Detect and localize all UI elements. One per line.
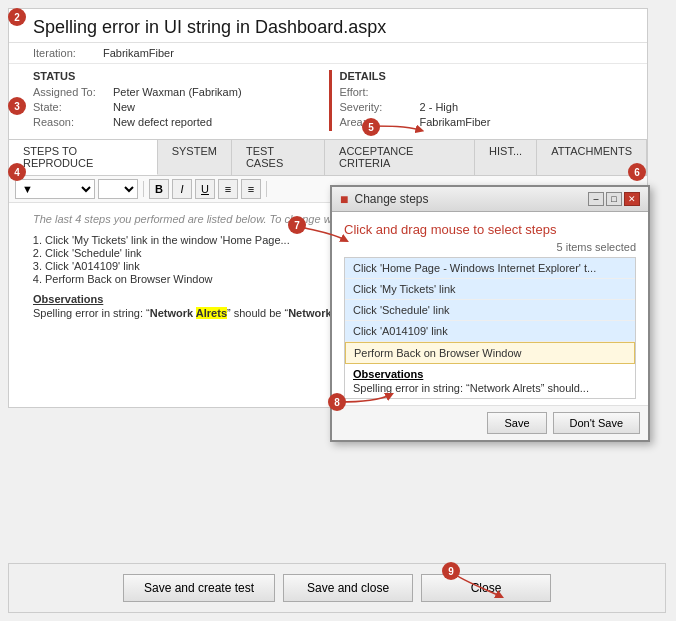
reason-label: Reason:	[33, 116, 113, 128]
state-label: State:	[33, 101, 113, 113]
dialog-footer: Save Don't Save	[332, 405, 648, 440]
tab-system[interactable]: SYSTEM	[158, 140, 232, 175]
title-bar: Spelling error in UI string in Dashboard…	[9, 9, 647, 43]
reason-row: Reason: New defect reported	[33, 116, 329, 128]
dialog-obs-title: Observations	[345, 364, 635, 382]
dialog-step-item[interactable]: Click 'Schedule' link	[345, 300, 635, 321]
annotation-6: 6	[628, 163, 646, 181]
dialog-subtitle: Click and drag mouse to select steps	[344, 222, 636, 237]
tab-history[interactable]: HIST...	[475, 140, 537, 175]
annotation-5: 5	[362, 118, 380, 136]
iteration-value: FabrikamFiber	[103, 47, 174, 59]
toolbar-separator-1	[143, 181, 144, 197]
dialog-count: 5 items selected	[344, 241, 636, 253]
dialog-step-item[interactable]: Click 'Home Page - Windows Internet Expl…	[345, 258, 635, 279]
dialog-minimize-btn[interactable]: –	[588, 192, 604, 206]
state-row: State: New	[33, 101, 329, 113]
dialog-step-item[interactable]: Click 'A014109' link	[345, 321, 635, 342]
annotation-7: 7	[288, 216, 306, 234]
assigned-label: Assigned To:	[33, 86, 113, 98]
severity-label: Severity:	[340, 101, 420, 113]
state-value: New	[113, 101, 135, 113]
area-row: Area: FabrikamFiber	[340, 116, 636, 128]
assigned-value: Peter Waxman (Fabrikam)	[113, 86, 242, 98]
dialog-dont-save-btn[interactable]: Don't Save	[553, 412, 640, 434]
dialog-title-text: ■ Change steps	[340, 191, 429, 207]
bug-title: Spelling error in UI string in Dashboard…	[33, 17, 386, 37]
effort-row: Effort:	[340, 86, 636, 98]
bottom-action-bar: Save and create test Save and close Clos…	[8, 563, 666, 613]
save-close-btn[interactable]: Save and close	[283, 574, 413, 602]
dialog-maximize-btn[interactable]: □	[606, 192, 622, 206]
severity-value: 2 - High	[420, 101, 459, 113]
toolbar-indent-btn[interactable]: ≡	[218, 179, 238, 199]
toolbar-separator-2	[266, 181, 267, 197]
toolbar-underline-btn[interactable]: U	[195, 179, 215, 199]
tab-acceptance[interactable]: ACCEPTANCE CRITERIA	[325, 140, 475, 175]
dialog-controls: – □ ✕	[588, 192, 640, 206]
dialog-body: Click and drag mouse to select steps 5 i…	[332, 212, 648, 405]
toolbar-size-select[interactable]	[98, 179, 138, 199]
dialog-step-item-last[interactable]: Perform Back on Browser Window	[345, 342, 635, 364]
dialog-obs-text: Spelling error in string: “Network Alret…	[345, 382, 635, 398]
reason-value: New defect reported	[113, 116, 212, 128]
details-header: DETAILS	[340, 70, 636, 82]
assigned-row: Assigned To: Peter Waxman (Fabrikam)	[33, 86, 329, 98]
toolbar-outdent-btn[interactable]: ≡	[241, 179, 261, 199]
status-header: STATUS	[33, 70, 329, 82]
annotation-8: 8	[328, 393, 346, 411]
dialog-close-btn[interactable]: ✕	[624, 192, 640, 206]
toolbar-bold-btn[interactable]: B	[149, 179, 169, 199]
severity-row: Severity: 2 - High	[340, 101, 636, 113]
change-steps-dialog: ■ Change steps – □ ✕ Click and drag mous…	[330, 185, 650, 442]
dialog-title-label: Change steps	[354, 192, 428, 206]
status-section: STATUS Assigned To: Peter Waxman (Fabrik…	[33, 70, 329, 131]
tab-steps[interactable]: STEPS TO REPRODUCE	[9, 140, 158, 175]
annotation-2: 2	[8, 8, 26, 26]
dialog-titlebar: ■ Change steps – □ ✕	[332, 187, 648, 212]
annotation-3: 3	[8, 97, 26, 115]
toolbar-italic-btn[interactable]: I	[172, 179, 192, 199]
close-btn[interactable]: Close	[421, 574, 551, 602]
annotation-4: 4	[8, 163, 26, 181]
effort-label: Effort:	[340, 86, 420, 98]
status-details-row: STATUS Assigned To: Peter Waxman (Fabrik…	[9, 63, 647, 133]
tab-bar: STEPS TO REPRODUCE SYSTEM TEST CASES ACC…	[9, 139, 647, 176]
dialog-step-item[interactable]: Click 'My Tickets' link	[345, 279, 635, 300]
dialog-save-btn[interactable]: Save	[487, 412, 546, 434]
toolbar-dropdown-select[interactable]: ▼	[15, 179, 95, 199]
area-value: FabrikamFiber	[420, 116, 491, 128]
save-create-test-btn[interactable]: Save and create test	[123, 574, 275, 602]
iteration-row: Iteration: FabrikamFiber	[9, 43, 647, 63]
annotation-9: 9	[442, 562, 460, 580]
tab-test-cases[interactable]: TEST CASES	[232, 140, 325, 175]
iteration-label: Iteration:	[33, 47, 103, 59]
dialog-steps-list: Click 'Home Page - Windows Internet Expl…	[344, 257, 636, 399]
